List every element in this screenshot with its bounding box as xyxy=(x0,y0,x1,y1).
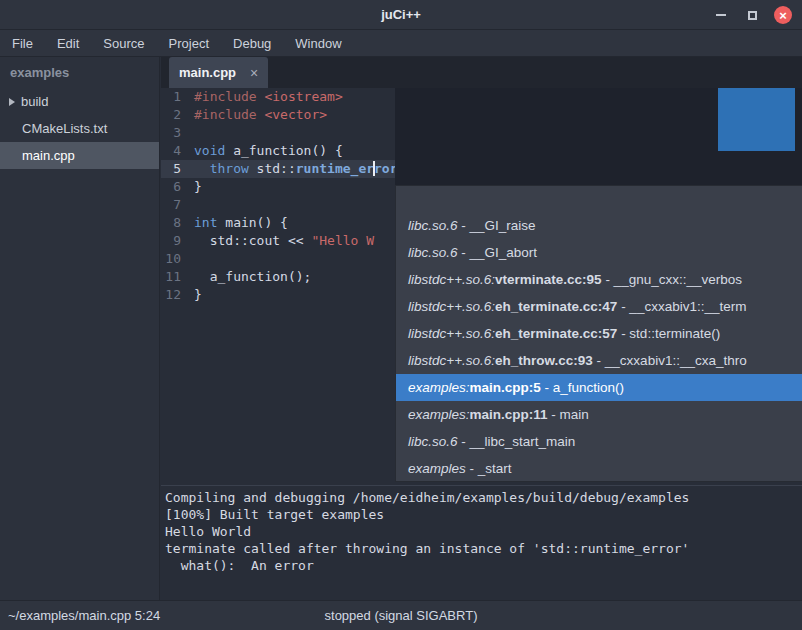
tab-close-icon[interactable]: × xyxy=(250,65,258,81)
menubar: FileEditSourceProjectDebugWindow xyxy=(0,30,802,57)
line-number: 6 xyxy=(161,178,188,196)
tree-item-label: build xyxy=(21,94,48,109)
terminal-line: Hello World xyxy=(165,523,798,540)
terminal-output[interactable]: Compiling and debugging /home/eidheim/ex… xyxy=(161,485,802,600)
backtrace-item[interactable]: examples - _start xyxy=(396,455,802,482)
menu-edit[interactable]: Edit xyxy=(57,36,79,51)
line-number: 3 xyxy=(161,124,188,142)
code-text: } xyxy=(188,178,202,196)
debug-tooltip-panel xyxy=(395,88,802,185)
code-text: } xyxy=(188,286,202,304)
backtrace-item[interactable]: libc.so.6 - __GI_raise xyxy=(396,212,802,239)
file-tree-sidebar: examples buildCMakeLists.txtmain.cpp xyxy=(0,57,160,600)
line-number: 5 xyxy=(161,160,188,178)
line-number: 1 xyxy=(161,88,188,106)
minimize-button[interactable] xyxy=(712,6,730,24)
tab-main-cpp[interactable]: main.cpp × xyxy=(169,57,268,88)
close-button[interactable]: × xyxy=(774,6,792,24)
minimize-icon xyxy=(716,14,726,16)
chevron-right-icon xyxy=(9,98,15,106)
backtrace-item[interactable]: examples:main.cpp:5 - a_function() xyxy=(396,374,802,401)
line-number: 12 xyxy=(161,286,188,304)
line-number: 2 xyxy=(161,106,188,124)
line-number: 4 xyxy=(161,142,188,160)
app-window: juCi++ × FileEditSourceProjectDebugWindo… xyxy=(0,0,802,630)
backtrace-item[interactable]: libstdc++.so.6:eh_terminate.cc:47 - __cx… xyxy=(396,293,802,320)
maximize-button[interactable] xyxy=(743,6,761,24)
menu-source[interactable]: Source xyxy=(103,36,144,51)
titlebar[interactable]: juCi++ × xyxy=(0,0,802,30)
terminal-line: what(): An error xyxy=(165,557,798,574)
line-number: 10 xyxy=(161,250,188,268)
terminal-line: Compiling and debugging /home/eidheim/ex… xyxy=(165,489,798,506)
status-bar: ~/examples/main.cpp 5:24 stopped (signal… xyxy=(0,600,802,630)
code-text xyxy=(188,196,194,214)
line-number: 9 xyxy=(161,232,188,250)
backtrace-item[interactable]: libc.so.6 - __libc_start_main xyxy=(396,428,802,455)
tab-bar: main.cpp × xyxy=(161,57,802,88)
backtrace-item[interactable]: libstdc++.so.6:eh_terminate.cc:57 - std:… xyxy=(396,320,802,347)
tooltip-highlight-block xyxy=(718,88,795,151)
backtrace-item[interactable]: libstdc++.so.6:eh_throw.cc:93 - __cxxabi… xyxy=(396,347,802,374)
code-text: a_function(); xyxy=(188,268,311,286)
menu-file[interactable]: File xyxy=(12,36,33,51)
tree-item-build[interactable]: build xyxy=(0,88,159,115)
menu-debug[interactable]: Debug xyxy=(233,36,271,51)
code-text: #include <vector> xyxy=(188,106,327,124)
tree-item-label: CMakeLists.txt xyxy=(22,121,107,136)
menu-window[interactable]: Window xyxy=(295,36,341,51)
code-text: int main() { xyxy=(188,214,288,232)
tab-label: main.cpp xyxy=(179,65,236,80)
status-debug-state: stopped (signal SIGABRT) xyxy=(0,601,802,630)
code-text xyxy=(188,124,194,142)
backtrace-popup: libc.so.6 - __GI_raiselibc.so.6 - __GI_a… xyxy=(395,185,802,482)
line-number: 11 xyxy=(161,268,188,286)
menu-project[interactable]: Project xyxy=(169,36,209,51)
maximize-icon xyxy=(748,11,757,20)
line-number: 8 xyxy=(161,214,188,232)
file-tree: buildCMakeLists.txtmain.cpp xyxy=(0,88,159,169)
tree-item-main-cpp[interactable]: main.cpp xyxy=(0,142,159,169)
window-title: juCi++ xyxy=(0,0,802,30)
tree-item-label: main.cpp xyxy=(22,148,75,163)
backtrace-item[interactable]: examples:main.cpp:11 - main xyxy=(396,401,802,428)
code-text: void a_function() { xyxy=(188,142,343,160)
code-text: std::cout << "Hello W xyxy=(188,232,374,250)
tree-item-cmakelists-txt[interactable]: CMakeLists.txt xyxy=(0,115,159,142)
close-icon: × xyxy=(779,9,787,22)
code-text: #include <iostream> xyxy=(188,88,343,106)
code-text xyxy=(188,250,194,268)
window-controls: × xyxy=(712,0,792,30)
terminal-line: [100%] Built target examples xyxy=(165,506,798,523)
terminal-line: terminate called after throwing an insta… xyxy=(165,540,798,557)
backtrace-item[interactable]: libc.so.6 - __GI_abort xyxy=(396,239,802,266)
backtrace-item[interactable]: libstdc++.so.6:vterminate.cc:95 - __gnu_… xyxy=(396,266,802,293)
project-name-header: examples xyxy=(0,57,159,88)
line-number: 7 xyxy=(161,196,188,214)
